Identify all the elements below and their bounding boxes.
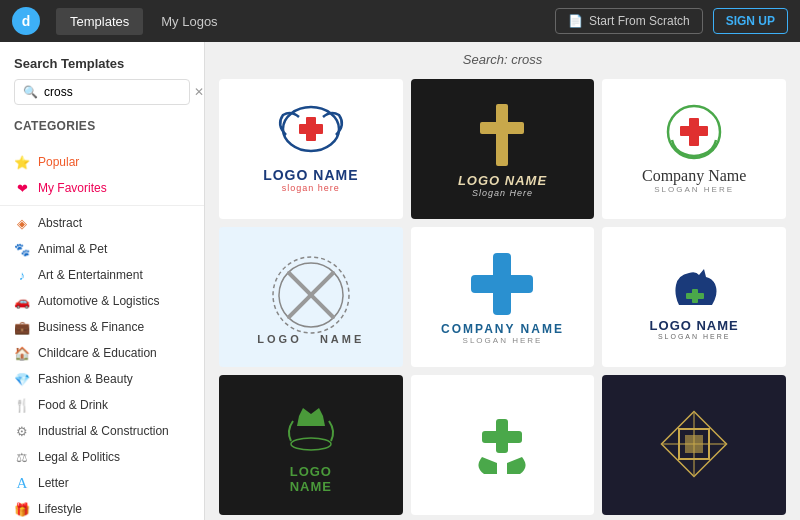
svg-rect-3 [496, 104, 508, 166]
logo-card-8[interactable] [411, 375, 595, 515]
card1-logo-slogan: slogan here [263, 183, 358, 193]
nav-tab-templates[interactable]: Templates [56, 8, 143, 35]
card7-logo-name: LOGO [271, 464, 351, 479]
sidebar-item-industrial[interactable]: ⚙ Industrial & Construction [0, 418, 204, 444]
sidebar-item-lifestyle[interactable]: 🎁 Lifestyle [0, 496, 204, 520]
logo-svg-5 [467, 249, 537, 319]
sidebar-item-food[interactable]: 🍴 Food & Drink [0, 392, 204, 418]
childcare-icon: 🏠 [14, 345, 30, 361]
sidebar-item-business[interactable]: 💼 Business & Finance [0, 314, 204, 340]
search-section: Search Templates 🔍 ✕ [0, 42, 204, 119]
card3-logo-name: Company Name [642, 167, 746, 185]
logo-card-2[interactable]: LOGO NAME Slogan Here [411, 79, 595, 219]
nav-tabs: Templates My Logos [56, 8, 232, 35]
sidebar-item-abstract[interactable]: ◈ Abstract [0, 210, 204, 236]
card3-logo-slogan: SLOGAN HERE [642, 185, 746, 194]
logo-grid: LOGO NAME slogan here LOGO NAME Slogan H… [219, 79, 786, 515]
letter-icon: A [14, 475, 30, 491]
abstract-icon: ◈ [14, 215, 30, 231]
svg-rect-15 [686, 293, 704, 299]
sidebar-item-favorites[interactable]: ❤ My Favorites [0, 175, 204, 201]
lifestyle-icon: 🎁 [14, 501, 30, 517]
main-layout: Search Templates 🔍 ✕ Categories ⭐ Popula… [0, 42, 800, 520]
sidebar-item-animal[interactable]: 🐾 Animal & Pet [0, 236, 204, 262]
card5-logo-slogan: SLOGAN HERE [441, 336, 564, 345]
sidebar-item-childcare[interactable]: 🏠 Childcare & Education [0, 340, 204, 366]
clear-icon[interactable]: ✕ [194, 85, 204, 99]
logo-card-7[interactable]: LOGO NAME [219, 375, 403, 515]
search-label: Search: cross [219, 52, 786, 67]
logo-svg-7 [271, 396, 351, 461]
content-area: Search: cross LOGO NAME slogan h [205, 42, 800, 520]
logo-svg-1 [271, 105, 351, 165]
sidebar-item-legal[interactable]: ⚖ Legal & Politics [0, 444, 204, 470]
card6-logo-name: LOGO NAME [650, 318, 739, 333]
food-icon: 🍴 [14, 397, 30, 413]
nav-right: 📄 Start From Scratch SIGN UP [555, 8, 788, 34]
svg-rect-2 [299, 124, 323, 134]
logo-card-6[interactable]: LOGO NAME SLOGAN HERE [602, 227, 786, 367]
sidebar-item-automotive[interactable]: 🚗 Automotive & Logistics [0, 288, 204, 314]
logo-svg-2 [472, 100, 532, 170]
signup-button[interactable]: SIGN UP [713, 8, 788, 34]
heart-icon: ❤ [14, 180, 30, 196]
start-scratch-button[interactable]: 📄 Start From Scratch [555, 8, 703, 34]
card5-logo-name: COMPANY NAME [441, 322, 564, 336]
card2-logo-slogan: Slogan Here [458, 188, 547, 198]
categories-title: Categories [14, 119, 190, 133]
sidebar-item-letter[interactable]: A Letter [0, 470, 204, 496]
card1-logo-name: LOGO NAME [263, 168, 358, 183]
search-icon: 🔍 [23, 85, 38, 99]
sidebar: Search Templates 🔍 ✕ Categories ⭐ Popula… [0, 42, 205, 520]
svg-point-16 [291, 438, 331, 450]
search-title: Search Templates [14, 56, 190, 71]
card6-logo-slogan: SLOGAN HERE [650, 333, 739, 340]
svg-rect-18 [482, 431, 522, 443]
navbar: d Templates My Logos 📄 Start From Scratc… [0, 0, 800, 42]
search-input[interactable] [44, 85, 194, 99]
business-icon: 💼 [14, 319, 30, 335]
popular-icon: ⭐ [14, 154, 30, 170]
logo-card-9[interactable] [602, 375, 786, 515]
card2-logo-name: LOGO NAME [458, 173, 547, 188]
app-logo[interactable]: d [12, 7, 40, 35]
fashion-icon: 💎 [14, 371, 30, 387]
svg-rect-7 [680, 126, 708, 136]
document-icon: 📄 [568, 14, 583, 28]
legal-icon: ⚖ [14, 449, 30, 465]
card4-logo-name: LOGO NAME [257, 333, 364, 345]
logo-svg-6 [654, 255, 734, 315]
search-box: 🔍 ✕ [14, 79, 190, 105]
sidebar-item-fashion[interactable]: 💎 Fashion & Beauty [0, 366, 204, 392]
logo-card-1[interactable]: LOGO NAME slogan here [219, 79, 403, 219]
categories-section: Categories [0, 119, 204, 149]
animal-icon: 🐾 [14, 241, 30, 257]
industrial-icon: ⚙ [14, 423, 30, 439]
nav-tab-mylogos[interactable]: My Logos [147, 8, 231, 35]
logo-svg-9 [649, 399, 739, 489]
sidebar-item-popular[interactable]: ⭐ Popular [0, 149, 204, 175]
automotive-icon: 🚗 [14, 293, 30, 309]
card7-logo-name2: NAME [271, 479, 351, 494]
logo-svg-4 [261, 250, 361, 340]
logo-svg-3 [654, 104, 734, 164]
logo-svg-8 [462, 409, 542, 479]
logo-card-3[interactable]: Company Name SLOGAN HERE [602, 79, 786, 219]
art-icon: ♪ [14, 267, 30, 283]
svg-rect-13 [471, 275, 533, 293]
logo-card-4[interactable]: LOGO NAME [219, 227, 403, 367]
sidebar-item-art[interactable]: ♪ Art & Entertainment [0, 262, 204, 288]
svg-rect-4 [480, 122, 524, 134]
logo-card-5[interactable]: COMPANY NAME SLOGAN HERE [411, 227, 595, 367]
